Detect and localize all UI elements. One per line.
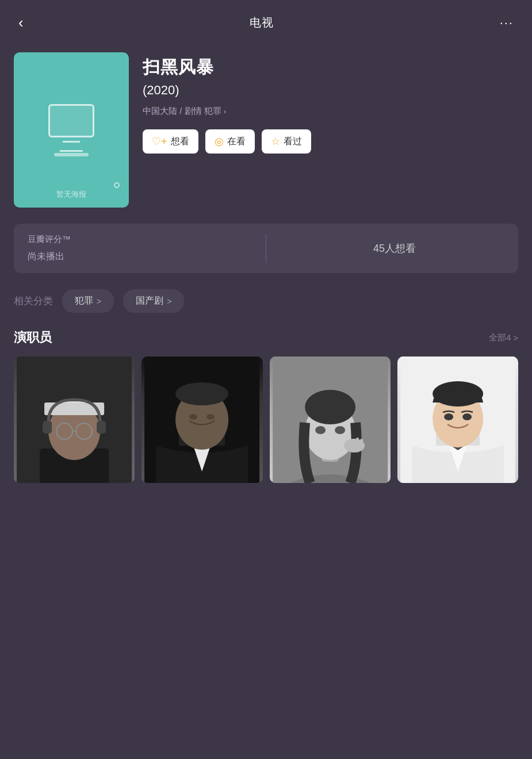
category-domestic-arrow: > xyxy=(167,297,171,306)
cast-card[interactable] xyxy=(14,356,135,483)
tv-stand xyxy=(60,150,83,152)
header: ‹ 电视 ··· xyxy=(0,0,532,43)
cast-photo-1 xyxy=(14,356,135,483)
genre-arrow: › xyxy=(224,107,226,116)
movie-details: 扫黑风暴 (2020) 中国大陆 / 剧情 犯罪 › ♡+ 想看 ◎ 在看 ☆ … xyxy=(143,52,518,154)
movie-poster: 暂无海报 xyxy=(14,52,129,208)
cast-all-button[interactable]: 全部4 > xyxy=(489,332,518,343)
tv-dot xyxy=(114,182,120,188)
watched-icon: ☆ xyxy=(271,135,280,148)
poster-label: 暂无海报 xyxy=(56,189,86,200)
svg-point-14 xyxy=(189,414,197,420)
category-tag-crime[interactable]: 犯罪 > xyxy=(62,289,114,313)
svg-point-34 xyxy=(444,413,453,420)
cast-title: 演职员 xyxy=(14,329,52,346)
rating-right: 45人想看 xyxy=(285,234,504,263)
main-content: 暂无海报 扫黑风暴 (2020) 中国大陆 / 剧情 犯罪 › ♡+ 想看 ◎ … xyxy=(0,43,532,483)
cast-header: 演职员 全部4 > xyxy=(14,329,518,346)
tv-icon xyxy=(48,104,94,137)
svg-rect-9 xyxy=(43,421,52,434)
categories-row: 相关分类 犯罪 > 国产剧 > xyxy=(14,289,518,313)
svg-rect-25 xyxy=(352,439,355,447)
movie-title: 扫黑风暴 xyxy=(143,56,518,79)
watched-button[interactable]: ☆ 看过 xyxy=(262,129,311,154)
movie-info-row: 暂无海报 扫黑风暴 (2020) 中国大陆 / 剧情 犯罪 › ♡+ 想看 ◎ … xyxy=(14,52,518,208)
rating-label: 豆瓣评分™ xyxy=(28,234,247,245)
svg-point-21 xyxy=(305,390,355,424)
cast-photo-3 xyxy=(270,356,391,483)
watching-button[interactable]: ◎ 在看 xyxy=(205,129,255,154)
want-icon: ♡+ xyxy=(152,135,167,148)
category-crime-arrow: > xyxy=(97,297,101,306)
cast-photo-4 xyxy=(397,356,518,483)
svg-rect-27 xyxy=(360,439,363,447)
page-title: 电视 xyxy=(250,15,274,30)
svg-rect-26 xyxy=(356,438,359,447)
rating-status: 尚未播出 xyxy=(28,251,247,263)
rating-left: 豆瓣评分™ 尚未播出 xyxy=(28,234,247,263)
svg-rect-10 xyxy=(97,421,106,434)
svg-point-35 xyxy=(462,413,472,420)
svg-point-16 xyxy=(175,382,228,405)
movie-year: (2020) xyxy=(143,83,518,98)
back-button[interactable]: ‹ xyxy=(14,12,28,34)
more-button[interactable]: ··· xyxy=(495,13,518,33)
want-button[interactable]: ♡+ 想看 xyxy=(143,129,198,154)
tv-base xyxy=(54,153,89,156)
cast-card[interactable] xyxy=(397,356,518,483)
watching-icon: ◎ xyxy=(215,135,224,148)
movie-genre[interactable]: 中国大陆 / 剧情 犯罪 › xyxy=(143,106,518,117)
rating-divider xyxy=(266,234,266,263)
rating-section: 豆瓣评分™ 尚未播出 45人想看 xyxy=(14,224,518,273)
svg-point-22 xyxy=(315,426,326,434)
cast-photo-2 xyxy=(141,356,262,483)
svg-point-23 xyxy=(335,426,345,434)
action-buttons: ♡+ 想看 ◎ 在看 ☆ 看过 xyxy=(143,129,518,154)
cast-all-arrow: > xyxy=(513,333,518,343)
cast-card[interactable] xyxy=(270,356,391,483)
cast-section: 演职员 全部4 > xyxy=(14,329,518,483)
svg-point-15 xyxy=(206,414,215,420)
category-tag-domestic[interactable]: 国产剧 > xyxy=(123,289,184,313)
categories-label: 相关分类 xyxy=(14,294,53,308)
cast-card[interactable] xyxy=(141,356,262,483)
cast-cards xyxy=(14,356,518,483)
